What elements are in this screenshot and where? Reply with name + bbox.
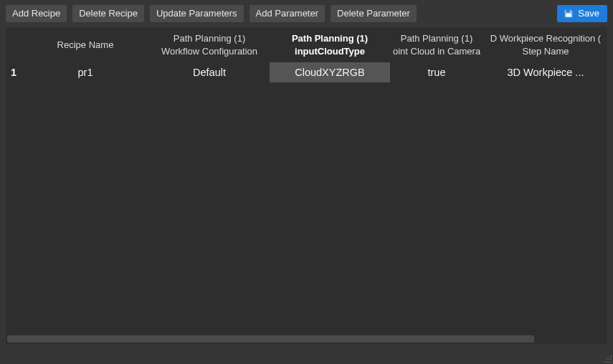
resize-grip-icon[interactable] (604, 355, 612, 363)
cell-input-cloud-type[interactable]: CloudXYZRGB (270, 62, 390, 82)
row-number-cell: 1 (6, 62, 22, 82)
scrollbar-thumb[interactable] (7, 335, 534, 343)
cell-workflow-configuration[interactable]: Default (149, 62, 270, 82)
update-parameters-button[interactable]: Update Parameters (150, 5, 244, 22)
add-recipe-button[interactable]: Add Recipe (6, 5, 67, 22)
save-button-label: Save (578, 8, 599, 19)
cell-step-name[interactable]: 3D Workpiece ... (483, 62, 607, 82)
delete-parameter-button[interactable]: Delete Parameter (331, 5, 417, 22)
table-header-row: Recipe Name Path Planning (1) Workflow C… (6, 27, 607, 62)
recipe-table[interactable]: Recipe Name Path Planning (1) Workflow C… (6, 27, 607, 82)
svg-point-2 (610, 355, 612, 357)
svg-rect-0 (566, 9, 570, 12)
table-row[interactable]: 1 pr1 Default CloudXYZRGB true 3D Workpi… (6, 62, 607, 82)
save-button[interactable]: Save (557, 5, 607, 22)
svg-point-7 (610, 361, 612, 363)
recipe-table-container: Recipe Name Path Planning (1) Workflow C… (6, 27, 607, 344)
toolbar: Add Recipe Delete Recipe Update Paramete… (0, 0, 613, 27)
svg-point-5 (604, 361, 606, 363)
svg-point-6 (607, 361, 609, 363)
horizontal-scrollbar[interactable] (7, 335, 606, 343)
delete-recipe-button[interactable]: Delete Recipe (72, 5, 144, 22)
column-header-input-cloud-type[interactable]: Path Planning (1) inputCloudType (270, 27, 390, 62)
svg-rect-1 (566, 14, 571, 16)
cell-point-cloud-in-camera[interactable]: true (390, 62, 483, 82)
add-parameter-button[interactable]: Add Parameter (250, 5, 325, 22)
column-header-point-cloud-in-camera[interactable]: Path Planning (1) oint Cloud in Camera (390, 27, 483, 62)
svg-point-4 (610, 358, 612, 360)
row-number-header (6, 27, 22, 62)
save-icon (564, 9, 574, 19)
column-header-recipe-name[interactable]: Recipe Name (22, 27, 149, 62)
column-header-workflow-configuration[interactable]: Path Planning (1) Workflow Configuration (149, 27, 270, 62)
svg-point-3 (607, 358, 609, 360)
column-header-step-name[interactable]: D Workpiece Recognition ( Step Name (483, 27, 607, 62)
cell-recipe-name[interactable]: pr1 (22, 62, 149, 82)
